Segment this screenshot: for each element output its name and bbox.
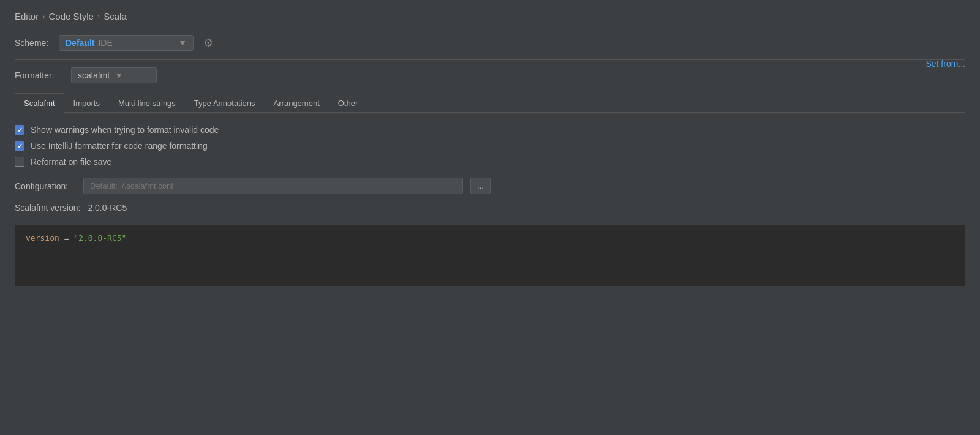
divider	[15, 59, 965, 60]
formatter-select[interactable]: scalafmt ▼	[71, 67, 157, 83]
breadcrumb-sep-1: ›	[42, 12, 45, 21]
tab-type-annotations[interactable]: Type Annotations	[185, 93, 265, 113]
breadcrumb-scala: Scala	[104, 11, 127, 21]
scheme-label: Scheme:	[15, 38, 51, 48]
formatter-row: Formatter: scalafmt ▼	[15, 67, 965, 83]
content-area: Show warnings when trying to format inva…	[15, 113, 965, 298]
version-row: Scalafmt version: 2.0.0-RC5	[15, 203, 965, 213]
configuration-browse-button[interactable]: ...	[470, 178, 491, 194]
scheme-select[interactable]: Default IDE ▼	[59, 35, 194, 51]
configuration-row: Configuration: ...	[15, 178, 965, 194]
set-from-link[interactable]: Set from...	[925, 59, 965, 69]
configuration-input[interactable]	[83, 178, 463, 194]
gear-icon: ⚙	[203, 36, 213, 50]
scheme-row: Scheme: Default IDE ▼ ⚙	[15, 34, 965, 52]
scalafmt-version-value: 2.0.0-RC5	[88, 203, 127, 213]
code-operator: =	[64, 233, 74, 243]
checkbox-intellij-label: Use IntelliJ formatter for code range fo…	[31, 141, 208, 151]
code-keyword: version	[26, 233, 59, 243]
checkbox-reformat-save: Reformat on file save	[15, 157, 965, 167]
tabs-bar: Scalafmt Imports Multi-line strings Type…	[15, 93, 965, 113]
checkbox-reformat-input[interactable]	[15, 157, 24, 167]
settings-panel: Editor › Code Style › Scala Scheme: Defa…	[0, 0, 980, 435]
checkbox-intellij-input[interactable]	[15, 141, 24, 151]
breadcrumb: Editor › Code Style › Scala	[15, 11, 965, 21]
tab-multiline-strings[interactable]: Multi-line strings	[109, 93, 185, 113]
breadcrumb-editor[interactable]: Editor	[15, 11, 39, 21]
scheme-gear-button[interactable]: ⚙	[201, 34, 216, 52]
checkbox-intellij-formatter: Use IntelliJ formatter for code range fo…	[15, 141, 965, 151]
code-string: "2.0.0-RC5"	[74, 233, 126, 243]
tab-arrangement[interactable]: Arrangement	[265, 93, 329, 113]
tab-other[interactable]: Other	[329, 93, 368, 113]
configuration-label: Configuration:	[15, 181, 76, 191]
checkbox-warnings: Show warnings when trying to format inva…	[15, 125, 965, 135]
formatter-arrow-icon: ▼	[115, 70, 123, 80]
scheme-value-gray: IDE	[98, 38, 112, 48]
checkbox-warnings-input[interactable]	[15, 125, 24, 135]
breadcrumb-sep-2: ›	[97, 12, 100, 21]
checkbox-warnings-label: Show warnings when trying to format inva…	[31, 125, 219, 135]
breadcrumb-code-style[interactable]: Code Style	[49, 11, 94, 21]
formatter-value: scalafmt	[78, 70, 110, 80]
tab-scalafmt[interactable]: Scalafmt	[15, 93, 64, 113]
scalafmt-version-label: Scalafmt version:	[15, 203, 80, 213]
scheme-value-blue: Default	[66, 38, 94, 48]
scheme-arrow-icon: ▼	[178, 38, 187, 48]
checkbox-reformat-label: Reformat on file save	[31, 157, 111, 167]
tab-imports[interactable]: Imports	[64, 93, 109, 113]
formatter-label: Formatter:	[15, 70, 64, 80]
code-preview: version = "2.0.0-RC5"	[15, 225, 965, 286]
